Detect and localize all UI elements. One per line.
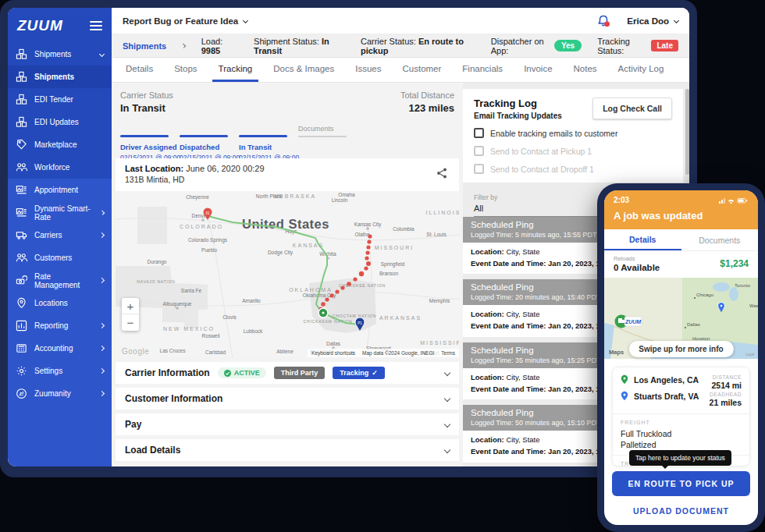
tracking-status-badge: Late bbox=[651, 40, 678, 51]
phone-map[interactable]: Chicago Toronto Dallas Houston Wash ZUU bbox=[604, 278, 758, 359]
phone-clock: 2:03 bbox=[614, 196, 629, 204]
tab-tracking[interactable]: Tracking bbox=[219, 57, 253, 82]
deadhead-value: 21 miles bbox=[710, 398, 742, 407]
chevron-down-icon bbox=[444, 395, 450, 402]
notification-title: A job was updated bbox=[614, 210, 749, 222]
sidebar-item-marketplace[interactable]: Marketplace bbox=[8, 133, 112, 156]
tab-customer[interactable]: Customer bbox=[402, 57, 441, 82]
menu-icon[interactable] bbox=[90, 19, 102, 33]
svg-text:01: 01 bbox=[205, 211, 210, 215]
log-check-call-button[interactable]: Log Check Call bbox=[592, 98, 672, 119]
map-city-label: Durango bbox=[148, 259, 167, 265]
map-city-label: Clovis bbox=[222, 314, 237, 320]
tab-details[interactable]: Details bbox=[126, 57, 153, 82]
zoom-out-button[interactable]: − bbox=[122, 314, 139, 331]
pickup-stop: Los Angeles, CA bbox=[621, 374, 699, 385]
dropoff-pin-icon bbox=[621, 391, 628, 401]
sidebar-item-locations[interactable]: Locations bbox=[8, 292, 112, 314]
report-bug-menu[interactable]: Report Bug or Feature Idea bbox=[123, 16, 247, 26]
sidebar-item-reporting[interactable]: Reporting bbox=[8, 314, 112, 337]
dropoff-stop: Stuarts Draft, VA bbox=[621, 391, 699, 401]
timeline-step-driver-assigned: Driver Assigned02/15/2021 @ 09:00 bbox=[120, 125, 169, 161]
carrier-status: Carrier Status: En route to pickup bbox=[361, 37, 475, 55]
share-icon[interactable] bbox=[436, 167, 448, 179]
sidebar-item-shipments-group[interactable]: Shipments bbox=[8, 43, 112, 66]
map-city-label: Kansas City bbox=[354, 222, 382, 228]
phone-map-city-label: Wash bbox=[749, 303, 758, 308]
map-city-label: Abilene bbox=[276, 349, 294, 354]
accordion-carrier-information[interactable]: Carrier Information ACTIVE Third Party T… bbox=[116, 362, 459, 384]
checkbox-icon bbox=[474, 164, 484, 174]
keyboard-shortcuts-link[interactable]: Keyboard shortcuts bbox=[311, 350, 355, 356]
calculator-icon bbox=[16, 342, 27, 354]
tab-notes[interactable]: Notes bbox=[574, 57, 597, 82]
sidebar-item-rate-management[interactable]: Rate Management bbox=[8, 269, 112, 292]
sidebar-item-edi-tender[interactable]: EDI Tender bbox=[8, 88, 112, 111]
svg-text:P1: P1 bbox=[358, 321, 362, 325]
timeline-step-dispatched: Dispatched02/15/2021 @ 09:00 bbox=[180, 125, 228, 161]
chevron-right-icon bbox=[99, 368, 105, 374]
map-state-label: COLORADO bbox=[180, 224, 223, 229]
sidebar-item-carriers[interactable]: Carriers bbox=[8, 224, 112, 246]
tracking-map[interactable]: United States NEBRASKA COLORADO KANSAS M… bbox=[116, 191, 459, 357]
checkbox-icon[interactable] bbox=[474, 128, 484, 138]
phone-tab-details[interactable]: Details bbox=[604, 229, 681, 250]
third-party-badge: Third Party bbox=[274, 367, 326, 379]
sidebar-item-shipments[interactable]: Shipments bbox=[8, 66, 112, 88]
breadcrumb[interactable]: Shipments bbox=[123, 41, 166, 51]
notification-bell-icon[interactable] bbox=[596, 14, 611, 28]
sidebar: ZUUM Shipments Shipments EDI Tender EDI … bbox=[8, 8, 112, 466]
tab-financials[interactable]: Financials bbox=[462, 57, 503, 82]
photo-list-icon bbox=[16, 184, 27, 196]
boxes-icon bbox=[16, 116, 27, 128]
upload-document-link[interactable]: UPLOAD DOCUMENT bbox=[612, 506, 750, 516]
shipment-status-bar: Shipments Load: 9985 Shipment Status: In… bbox=[112, 34, 689, 58]
phone-map-city-label: Dallas bbox=[687, 322, 700, 327]
sidebar-item-zuumanity[interactable]: Zuumanity bbox=[8, 382, 112, 405]
map-nation-label: CHOCTAW NATION bbox=[333, 314, 376, 318]
phone-tabs: Details Documents bbox=[604, 229, 758, 251]
user-menu[interactable]: Erica Doo bbox=[627, 16, 678, 26]
tracking-timeline: Driver Assigned02/15/2021 @ 09:00 Dispat… bbox=[120, 125, 347, 161]
tab-issues[interactable]: Issues bbox=[355, 57, 381, 82]
tab-stops[interactable]: Stops bbox=[174, 57, 197, 82]
chevron-down-icon bbox=[444, 421, 450, 427]
en-route-to-pickup-button[interactable]: EN ROUTE TO PICK UP bbox=[612, 471, 750, 496]
boxes-icon bbox=[16, 48, 27, 60]
accordion-customer-information[interactable]: Customer Information bbox=[116, 388, 459, 410]
terms-link[interactable]: Terms bbox=[441, 350, 455, 356]
people-icon bbox=[16, 252, 27, 264]
freight-label: FREIGHT bbox=[621, 420, 742, 425]
map-city-label: Columbia bbox=[393, 226, 415, 232]
phone-status-icons bbox=[719, 197, 749, 204]
zoom-in-button[interactable]: + bbox=[122, 298, 139, 314]
map-state-label: MISSOURI bbox=[375, 245, 415, 250]
job-amount: $1,234 bbox=[720, 258, 749, 269]
legal-link[interactable]: Legal bbox=[745, 353, 754, 356]
chevron-down-icon bbox=[444, 370, 450, 376]
chevron-down-icon bbox=[674, 18, 679, 23]
topbar: Report Bug or Feature Idea Erica Doo bbox=[112, 8, 689, 34]
sidebar-item-dynamic-smart-rate[interactable]: Dynamic Smart-Rate bbox=[8, 201, 112, 224]
phone-tab-documents[interactable]: Documents bbox=[681, 229, 759, 250]
reloads-value: 0 Available bbox=[614, 263, 660, 272]
sidebar-item-customers[interactable]: Customers bbox=[8, 246, 112, 269]
swipe-up-hint[interactable]: Swipe up for more info bbox=[628, 341, 733, 357]
current-location-marker bbox=[318, 308, 328, 317]
tab-docs-images[interactable]: Docs & Images bbox=[273, 57, 334, 82]
checkbox-enable-tracking-emails[interactable]: Enable tracking emails to customer bbox=[474, 128, 672, 138]
sidebar-item-workforce[interactable]: Workforce bbox=[8, 156, 112, 179]
chevron-down-icon bbox=[99, 51, 105, 57]
tab-activity-log[interactable]: Activity Log bbox=[618, 57, 664, 82]
sidebar-item-edi-updates[interactable]: EDI Updates bbox=[8, 111, 112, 133]
sidebar-item-accounting[interactable]: Accounting bbox=[8, 337, 112, 360]
accordion-pay[interactable]: Pay bbox=[116, 413, 459, 435]
maps-attribution: Maps bbox=[609, 349, 624, 356]
map-nation-label: NAVAJO NATION bbox=[137, 279, 176, 284]
accordion-load-details[interactable]: Load Details bbox=[116, 439, 459, 461]
map-city-label: North Platte bbox=[256, 193, 283, 199]
sidebar-item-appointment[interactable]: Appointment bbox=[8, 179, 112, 201]
map-city-label: Springfield bbox=[381, 261, 405, 268]
tab-invoice[interactable]: Invoice bbox=[524, 57, 552, 82]
sidebar-item-settings[interactable]: Settings bbox=[8, 360, 112, 382]
